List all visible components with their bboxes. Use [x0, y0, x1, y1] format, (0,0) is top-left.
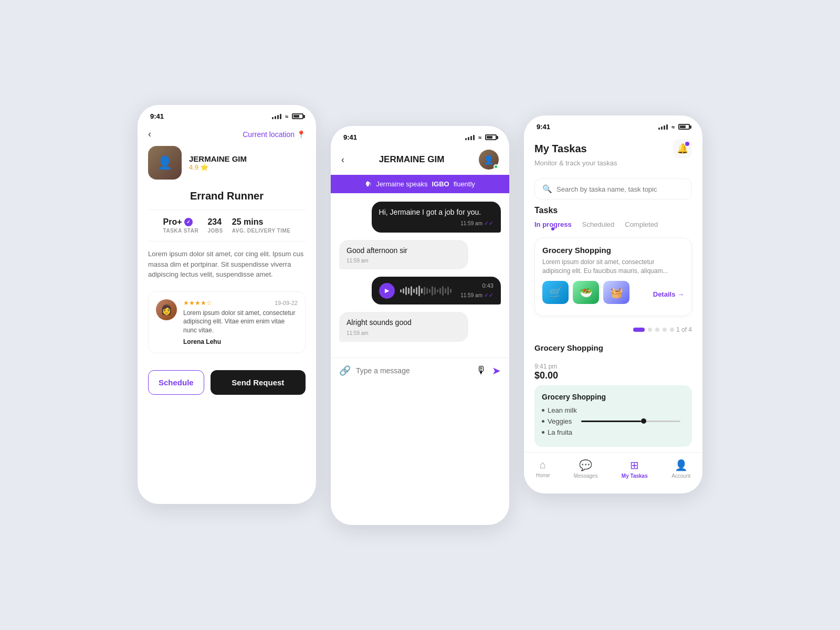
- msg-text-2: Good afternoon sir: [346, 246, 461, 256]
- task-card-title: Grocery Shopping: [542, 246, 684, 255]
- s1-header: ‹ Current location 📍: [138, 124, 316, 146]
- page-count: 1 of 4: [676, 326, 692, 333]
- grocery-item-left-3: La fruita: [542, 428, 572, 436]
- nav-home[interactable]: ⌂ Home: [536, 459, 550, 479]
- send-request-button[interactable]: Send Request: [211, 370, 306, 395]
- tab-inprogress[interactable]: In progress: [534, 220, 572, 230]
- language-banner: 🗣 Jermaine speaks IGBO fluently: [331, 175, 509, 193]
- grocery-item-3: La fruita: [542, 428, 685, 436]
- search-input[interactable]: [556, 185, 684, 193]
- chat-input[interactable]: [356, 366, 471, 375]
- nav-mytaskas[interactable]: ⊞ My Taskas: [622, 459, 648, 479]
- chat-header-name: JERMAINE GIM: [379, 154, 445, 165]
- lang-prefix: Jermaine speaks: [376, 180, 427, 188]
- tasks-tabs: In progress Scheduled Completed: [534, 220, 692, 230]
- search-bar[interactable]: 🔍: [534, 178, 692, 200]
- battery-icon-2: [485, 134, 497, 140]
- messages-icon: 💬: [579, 459, 592, 471]
- task-image-2: 🥗: [573, 281, 599, 304]
- chat-messages: Hi, Jermaine I got a job for you. 11:59 …: [331, 193, 509, 358]
- send-icon[interactable]: ➤: [492, 364, 501, 377]
- online-dot: [494, 164, 498, 169]
- account-icon: 👤: [675, 459, 688, 471]
- wifi-icon-1: ≈: [285, 113, 288, 120]
- current-location[interactable]: Current location 📍: [243, 130, 306, 139]
- back-button-2[interactable]: ‹: [341, 154, 344, 165]
- battery-icon-1: [292, 113, 303, 119]
- msg-time-2: 11:59 am: [346, 258, 461, 264]
- notification-badge[interactable]: 🔔: [673, 139, 692, 158]
- audio-message: ▶: [372, 277, 501, 304]
- search-icon: 🔍: [542, 184, 552, 194]
- bottom-nav: ⌂ Home 💬 Messages ⊞ My Taskas 👤 Account: [524, 452, 702, 487]
- message-sent-1: Hi, Jermaine I got a job for you. 11:59 …: [372, 202, 501, 233]
- stat-taska-star: Pro+ ✓ TASKA STAR: [163, 217, 199, 234]
- grocery-section-title: Grocery Shopping: [534, 343, 692, 352]
- grocery-card-title: Grocery Shopping: [542, 393, 685, 401]
- status-time-3: 9:41: [537, 123, 550, 131]
- profile-name-block: JERMAINE GIM 4.9 ⭐: [189, 154, 247, 171]
- message-received-2: Alright sounds good 11:59 am: [339, 312, 468, 342]
- price-amount: $0.00: [534, 370, 692, 381]
- grocery-slider: [581, 421, 680, 422]
- status-bar-2: 9:41 ≈: [331, 126, 509, 145]
- nav-account-label: Account: [671, 473, 690, 479]
- screen-taskas: 9:41 ≈ My Taskas 🔔: [524, 116, 702, 494]
- back-button-1[interactable]: ‹: [148, 129, 151, 140]
- bio-text: Lorem ipsum dolor sit amet, cor cing eli…: [138, 242, 316, 287]
- play-button[interactable]: ▶: [379, 283, 395, 299]
- mytaskas-icon: ⊞: [630, 459, 639, 471]
- review-card: 👩 ★★★★☆ 19-09-22 Lorem ipsum dolor sit a…: [148, 291, 306, 353]
- task-image-3: 🧺: [603, 281, 629, 304]
- task-images: 🛒 🥗 🧺: [542, 281, 629, 304]
- review-text: Lorem ipsum dolor sit amet, consectetur …: [183, 309, 298, 335]
- tab-scheduled[interactable]: Scheduled: [582, 220, 614, 230]
- review-stars: ★★★★☆: [183, 299, 212, 307]
- dot-5: [670, 328, 674, 332]
- stat-label-star: TASKA STAR: [163, 228, 199, 234]
- pro-badge-icon: ✓: [184, 218, 193, 226]
- stats-row: Pro+ ✓ TASKA STAR 234 JOBS 25 mins AVG. …: [148, 209, 306, 242]
- pagination-dots: [633, 323, 674, 336]
- jobs-label: JOBS: [207, 228, 223, 234]
- status-icons-2: ≈: [465, 134, 497, 141]
- details-button[interactable]: Details →: [653, 290, 684, 298]
- grocery-item-left-1: Lean milk: [542, 406, 577, 414]
- tab-completed[interactable]: Completed: [625, 220, 658, 230]
- nav-account[interactable]: 👤 Account: [671, 459, 690, 479]
- schedule-button[interactable]: Schedule: [148, 370, 204, 395]
- status-time-2: 9:41: [343, 133, 357, 141]
- reviewer-name: Lorena Lehu: [183, 338, 298, 345]
- audio-check-icon: ✓✓: [484, 292, 494, 299]
- battery-icon-3: [678, 124, 690, 130]
- tasks-section: Tasks In progress Scheduled Completed Gr…: [524, 206, 702, 316]
- mic-icon[interactable]: 🎙: [476, 364, 487, 376]
- signal-icon-3: [658, 124, 668, 130]
- lang-bold: IGBO: [432, 180, 449, 188]
- profile-name: JERMAINE GIM: [189, 154, 247, 163]
- status-bar-3: 9:41 ≈: [524, 116, 702, 135]
- grocery-dot-1: [542, 409, 544, 412]
- location-pin-icon: 📍: [297, 130, 306, 139]
- s3-subtitle: Monitor & track your taskas: [534, 159, 692, 167]
- nav-messages[interactable]: 💬 Messages: [574, 459, 598, 479]
- msg-time-3: 11:59 am: [346, 330, 461, 336]
- review-top: ★★★★☆ 19-09-22: [183, 299, 298, 307]
- profile-title: Errand Runner: [138, 188, 316, 209]
- stat-badge: Pro+ ✓: [163, 217, 199, 227]
- attachment-icon[interactable]: 🔗: [339, 365, 351, 376]
- tasks-title: Tasks: [534, 206, 692, 215]
- screen-chat: 9:41 ≈ ‹ JERMAINE GIM 👤: [331, 126, 509, 525]
- status-icons-1: ≈: [272, 113, 303, 120]
- s3-title-row: My Taskas 🔔: [534, 139, 692, 158]
- star-icon-rating: ⭐: [200, 163, 208, 171]
- signal-icon-1: [272, 114, 281, 119]
- notif-dot: [685, 142, 689, 146]
- grocery-item-left-2: Veggies: [542, 417, 572, 425]
- stat-jobs: 234 JOBS: [207, 217, 223, 234]
- msg-text-1: Hi, Jermaine I got a job for you.: [379, 207, 494, 218]
- message-received-1: Good afternoon sir 11:59 am: [339, 240, 468, 270]
- price-row: 9:41 pm $0.00: [524, 363, 702, 385]
- wifi-icon-3: ≈: [671, 124, 675, 130]
- grocery-item-2: Veggies: [542, 417, 685, 425]
